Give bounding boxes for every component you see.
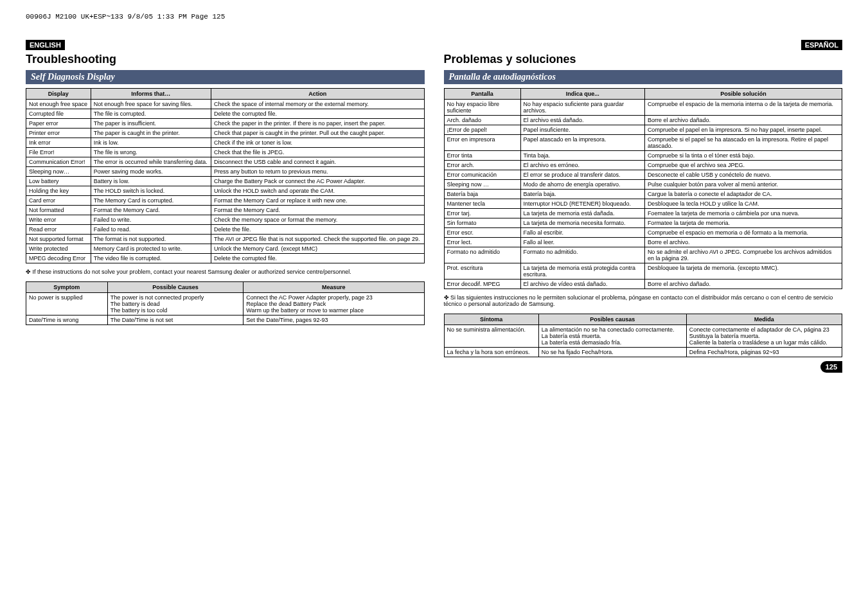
table-cell: Check that the file is JPEG. [211,148,424,157]
table-row: Corrupted fileThe file is corrupted.Dele… [26,109,425,119]
th: Display [26,89,91,100]
table-cell: Interruptor HOLD (RETENER) bloqueado. [520,199,644,209]
table-row: Error escr.Fallo al escribir.Compruebe e… [444,228,842,238]
table-cell: Delete the corrupted file. [211,254,424,263]
table-cell: Foematee la tarjeta de memoria o cámbiel… [644,209,842,218]
table-cell: Tinta baja. [520,151,644,161]
table-cell: Connect the AC Power Adapter properly, p… [244,293,424,315]
table-row: Date/Time is wrongThe Date/Time is not s… [26,315,425,325]
table-row: Not formattedFormat the Memory Card.Form… [26,206,425,215]
table-cell: No se suministra alimentación. [444,325,538,348]
table-row: Error tarj.La tarjeta de memoria está da… [444,209,842,218]
table-cell: Compruebe si la tinta o el tóner está ba… [644,151,842,161]
table-cell: Borre el archivo dañado. [644,116,842,125]
table-row: Error arch.El archivo es erróneo.Comprue… [444,161,842,170]
table-cell: Format the Memory Card. [91,206,211,215]
table-cell: Error arch. [444,161,520,170]
table-row: Read errorFailed to read.Delete the file… [26,225,425,235]
table-row: Batería bajaBatería baja.Cargue la bater… [444,190,842,199]
table-cell: Formatee la tarjeta de memoria. [644,218,842,228]
table-cell: Conecte correctamente el adaptador de CA… [686,325,842,348]
table-cell: The power is not connected properlyThe b… [107,293,244,315]
lang-tag-en: ENGLISH [26,40,65,50]
table-cell: No hay espacio libre suficiente [444,100,520,116]
table-cell: El archivo es erróneo. [520,161,644,170]
table-row: Low batteryBattery is low.Charge the Bat… [26,177,425,186]
th: Indica que... [520,89,644,100]
table-cell: Write protected [26,244,91,254]
table-row: Sleeping now…Power saving mode works.Pre… [26,167,425,177]
table-cell: Desbloquee la tecla HOLD y utilice la CA… [644,199,842,209]
table-cell: Check if the ink or toner is low. [211,138,424,148]
table-cell: Disconnect the USB cable and connect it … [211,157,424,167]
table-cell: Pulse cualquier botón para volver al men… [644,180,842,190]
th: Symptom [26,282,108,293]
table-cell: Error comunicación [444,170,520,180]
table-cell: Communication Error! [26,157,91,167]
table-cell: Borre el archivo. [644,238,842,247]
table-cell: Prot. escritura [444,263,520,280]
table-cell: Desconecte el cable USB y conéctelo de n… [644,170,842,180]
table-cell: Low battery [26,177,91,186]
table-cell: The paper is caught in the printer. [91,129,211,138]
table-cell: The video file is corrupted. [91,254,211,263]
table-cell: Fallo al leer. [520,238,644,247]
page-number: 125 [820,361,842,373]
table-row: Mantener teclaInterruptor HOLD (RETENER)… [444,199,842,209]
right-column: ESPAÑOL Problemas y soluciones Pantalla … [444,40,843,373]
table-row: Prot. escrituraLa tarjeta de memoria est… [444,263,842,280]
th: Medida [686,314,842,325]
table-cell: Failed to write. [91,215,211,225]
table-cell: Sin formato [444,218,520,228]
table-cell: Papel atascado en la impresora. [520,135,644,151]
table-cell: Desbloquee la tarjeta de memoria. (excep… [644,263,842,280]
table-cell: Charge the Battery Pack or connect the A… [211,177,424,186]
table-row: Error tintaTinta baja.Compruebe si la ti… [444,151,842,161]
table-cell: The paper is insufficient. [91,119,211,129]
table-row: Not enough free spaceNot enough free spa… [26,100,425,109]
table-row: Sleeping now …Modo de ahorro de energía … [444,180,842,190]
table-cell: Press any button to return to previous m… [211,167,424,177]
table-cell: The HOLD switch is locked. [91,186,211,196]
table-row: File Error!The file is wrong.Check that … [26,148,425,157]
diamond-icon: ✤ [444,294,449,301]
table-cell: Error tarj. [444,209,520,218]
table-cell: Compruebe si el papel se ha atascado en … [644,135,842,151]
table-row: Error decodif. MPEGEl archivo de vídeo e… [444,280,842,289]
table-cell: The error is occurred while transferring… [91,157,211,167]
table-cell: Write error [26,215,91,225]
table-cell: The Date/Time is not set [107,315,244,325]
table-cell: Card error [26,196,91,206]
table-cell: Batería baja. [520,190,644,199]
table-cell: Formato no admitido [444,247,520,263]
th: Posible solución [644,89,842,100]
table-cell: The file is corrupted. [91,109,211,119]
table-cell: El error se produce al transferir datos. [520,170,644,180]
print-header: 00906J M2100 UK+ESP~133 9/8/05 1:33 PM P… [26,13,842,21]
table-row: Error en impresoraPapel atascado en la i… [444,135,842,151]
table-row: Card errorThe Memory Card is corrupted.F… [26,196,425,206]
table-cell: Check that paper is caught in the printe… [211,129,424,138]
table-cell: Check the paper in the printer. If there… [211,119,424,129]
table-cell: Compruebe el espacio en memoria o dé for… [644,228,842,238]
table-cell: Set the Date/Time, pages 92-93 [244,315,424,325]
table-cell: Ink error [26,138,91,148]
diagnosis-table-en: Display Informs that… Action Not enough … [26,88,425,263]
table-row: Holding the keyThe HOLD switch is locked… [26,186,425,196]
table-row: Formato no admitidoFormato no admitido.N… [444,247,842,263]
table-row: Arch. dañadoEl archivo está dañado.Borre… [444,116,842,125]
table-cell: Not enough free space for saving files. [91,100,211,109]
title-en: Troubleshooting [26,53,425,66]
table-cell: Defina Fecha/Hora, páginas 92~93 [686,348,842,357]
table-row: Printer errorThe paper is caught in the … [26,129,425,138]
section-title-es: Pantalla de autodiagnósticos [444,70,843,84]
table-cell: Borre el archivo dañado. [644,280,842,289]
table-cell: Delete the file. [211,225,424,235]
table-cell: ¡Error de papel! [444,125,520,135]
table-cell: Holding the key [26,186,91,196]
table-cell: No se ha fijado Fecha/Hora. [538,348,686,357]
table-cell: Unlock the Memory Card. (except MMC) [211,244,424,254]
table-cell: Corrupted file [26,109,91,119]
table-row: Write protectedMemory Card is protected … [26,244,425,254]
table-cell: Not supported format [26,235,91,244]
